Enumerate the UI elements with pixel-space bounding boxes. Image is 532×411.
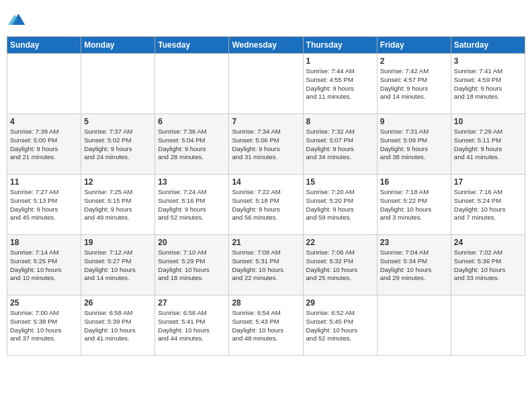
calendar-cell: 29Sunrise: 6:52 AM Sunset: 5:45 PM Dayli… [303, 295, 377, 356]
logo [7, 9, 27, 31]
day-number: 26 [84, 298, 152, 308]
calendar-cell: 26Sunrise: 6:58 AM Sunset: 5:39 PM Dayli… [81, 295, 155, 356]
calendar-cell: 10Sunrise: 7:29 AM Sunset: 5:11 PM Dayli… [451, 114, 525, 175]
calendar-cell: 5Sunrise: 7:37 AM Sunset: 5:02 PM Daylig… [81, 114, 155, 175]
calendar-cell: 23Sunrise: 7:04 AM Sunset: 5:34 PM Dayli… [377, 235, 451, 295]
weekday-header-friday: Friday [377, 37, 451, 54]
weekday-header-saturday: Saturday [451, 37, 525, 54]
calendar-week-row: 25Sunrise: 7:00 AM Sunset: 5:38 PM Dayli… [7, 295, 525, 356]
cell-info: Sunrise: 7:06 AM Sunset: 5:32 PM Dayligh… [306, 248, 374, 283]
calendar-cell: 18Sunrise: 7:14 AM Sunset: 5:25 PM Dayli… [7, 235, 81, 295]
weekday-header-wednesday: Wednesday [229, 37, 303, 54]
calendar-cell: 6Sunrise: 7:36 AM Sunset: 5:04 PM Daylig… [155, 114, 229, 175]
cell-info: Sunrise: 7:22 AM Sunset: 5:18 PM Dayligh… [232, 188, 300, 222]
cell-info: Sunrise: 7:00 AM Sunset: 5:38 PM Dayligh… [10, 309, 78, 343]
calendar-cell: 1Sunrise: 7:44 AM Sunset: 4:55 PM Daylig… [303, 54, 377, 114]
cell-info: Sunrise: 7:29 AM Sunset: 5:11 PM Dayligh… [454, 128, 522, 162]
day-number: 22 [306, 238, 374, 247]
day-number: 7 [232, 117, 300, 126]
calendar-week-row: 4Sunrise: 7:39 AM Sunset: 5:00 PM Daylig… [7, 114, 525, 175]
header [7, 7, 525, 31]
day-number: 2 [380, 56, 448, 66]
day-number: 9 [380, 117, 448, 126]
calendar-week-row: 18Sunrise: 7:14 AM Sunset: 5:25 PM Dayli… [7, 235, 525, 295]
logo-icon [8, 9, 27, 28]
cell-info: Sunrise: 7:32 AM Sunset: 5:07 PM Dayligh… [306, 128, 374, 162]
calendar-cell: 27Sunrise: 6:56 AM Sunset: 5:41 PM Dayli… [155, 295, 229, 356]
day-number: 28 [232, 298, 300, 308]
calendar-cell: 2Sunrise: 7:42 AM Sunset: 4:57 PM Daylig… [377, 54, 451, 114]
weekday-header-row: SundayMondayTuesdayWednesdayThursdayFrid… [7, 37, 525, 54]
cell-info: Sunrise: 7:24 AM Sunset: 5:16 PM Dayligh… [158, 188, 226, 222]
cell-info: Sunrise: 6:52 AM Sunset: 5:45 PM Dayligh… [306, 309, 374, 343]
calendar-week-row: 11Sunrise: 7:27 AM Sunset: 5:13 PM Dayli… [7, 175, 525, 235]
calendar-cell: 15Sunrise: 7:20 AM Sunset: 5:20 PM Dayli… [303, 175, 377, 235]
cell-info: Sunrise: 6:56 AM Sunset: 5:41 PM Dayligh… [158, 309, 226, 343]
cell-info: Sunrise: 7:31 AM Sunset: 5:09 PM Dayligh… [380, 128, 448, 162]
day-number: 1 [306, 56, 374, 66]
weekday-header-monday: Monday [81, 37, 155, 54]
cell-info: Sunrise: 7:42 AM Sunset: 4:57 PM Dayligh… [380, 67, 448, 101]
day-number: 14 [232, 177, 300, 187]
calendar-cell [451, 295, 525, 356]
weekday-header-thursday: Thursday [303, 37, 377, 54]
day-number: 4 [10, 117, 78, 126]
calendar-table: SundayMondayTuesdayWednesdayThursdayFrid… [7, 36, 525, 356]
cell-info: Sunrise: 6:58 AM Sunset: 5:39 PM Dayligh… [84, 309, 152, 343]
calendar-cell: 9Sunrise: 7:31 AM Sunset: 5:09 PM Daylig… [377, 114, 451, 175]
day-number: 10 [454, 117, 522, 126]
day-number: 19 [84, 238, 152, 247]
day-number: 23 [380, 238, 448, 247]
cell-info: Sunrise: 7:18 AM Sunset: 5:22 PM Dayligh… [380, 188, 448, 222]
day-number: 21 [232, 238, 300, 247]
day-number: 20 [158, 238, 226, 247]
cell-info: Sunrise: 7:08 AM Sunset: 5:31 PM Dayligh… [232, 248, 300, 283]
cell-info: Sunrise: 7:27 AM Sunset: 5:13 PM Dayligh… [10, 188, 78, 222]
day-number: 24 [454, 238, 522, 247]
cell-info: Sunrise: 7:34 AM Sunset: 5:06 PM Dayligh… [232, 128, 300, 162]
calendar-cell [377, 295, 451, 356]
cell-info: Sunrise: 7:12 AM Sunset: 5:27 PM Dayligh… [84, 248, 152, 283]
day-number: 12 [84, 177, 152, 187]
calendar-cell: 25Sunrise: 7:00 AM Sunset: 5:38 PM Dayli… [7, 295, 81, 356]
day-number: 8 [306, 117, 374, 126]
cell-info: Sunrise: 7:41 AM Sunset: 4:59 PM Dayligh… [454, 67, 522, 101]
calendar-cell [155, 54, 229, 114]
day-number: 25 [10, 298, 78, 308]
cell-info: Sunrise: 7:39 AM Sunset: 5:00 PM Dayligh… [10, 128, 78, 162]
cell-info: Sunrise: 7:36 AM Sunset: 5:04 PM Dayligh… [158, 128, 226, 162]
day-number: 29 [306, 298, 374, 308]
calendar-cell: 16Sunrise: 7:18 AM Sunset: 5:22 PM Dayli… [377, 175, 451, 235]
cell-info: Sunrise: 7:37 AM Sunset: 5:02 PM Dayligh… [84, 128, 152, 162]
cell-info: Sunrise: 6:54 AM Sunset: 5:43 PM Dayligh… [232, 309, 300, 343]
calendar-cell: 4Sunrise: 7:39 AM Sunset: 5:00 PM Daylig… [7, 114, 81, 175]
calendar-cell [229, 54, 303, 114]
calendar-cell: 19Sunrise: 7:12 AM Sunset: 5:27 PM Dayli… [81, 235, 155, 295]
day-number: 3 [454, 56, 522, 66]
day-number: 16 [380, 177, 448, 187]
day-number: 15 [306, 177, 374, 187]
calendar-cell: 8Sunrise: 7:32 AM Sunset: 5:07 PM Daylig… [303, 114, 377, 175]
calendar-cell: 3Sunrise: 7:41 AM Sunset: 4:59 PM Daylig… [451, 54, 525, 114]
cell-info: Sunrise: 7:04 AM Sunset: 5:34 PM Dayligh… [380, 248, 448, 283]
calendar-week-row: 1Sunrise: 7:44 AM Sunset: 4:55 PM Daylig… [7, 54, 525, 114]
day-number: 17 [454, 177, 522, 187]
weekday-header-sunday: Sunday [7, 37, 81, 54]
day-number: 18 [10, 238, 78, 247]
day-number: 11 [10, 177, 78, 187]
cell-info: Sunrise: 7:10 AM Sunset: 5:29 PM Dayligh… [158, 248, 226, 283]
calendar-cell [81, 54, 155, 114]
calendar-cell: 22Sunrise: 7:06 AM Sunset: 5:32 PM Dayli… [303, 235, 377, 295]
day-number: 6 [158, 117, 226, 126]
calendar-cell [7, 54, 81, 114]
cell-info: Sunrise: 7:44 AM Sunset: 4:55 PM Dayligh… [306, 67, 374, 101]
day-number: 27 [158, 298, 226, 308]
calendar-cell: 17Sunrise: 7:16 AM Sunset: 5:24 PM Dayli… [451, 175, 525, 235]
day-number: 13 [158, 177, 226, 187]
weekday-header-tuesday: Tuesday [155, 37, 229, 54]
calendar-cell: 7Sunrise: 7:34 AM Sunset: 5:06 PM Daylig… [229, 114, 303, 175]
cell-info: Sunrise: 7:02 AM Sunset: 5:36 PM Dayligh… [454, 248, 522, 283]
calendar-cell: 13Sunrise: 7:24 AM Sunset: 5:16 PM Dayli… [155, 175, 229, 235]
day-number: 5 [84, 117, 152, 126]
calendar-cell: 28Sunrise: 6:54 AM Sunset: 5:43 PM Dayli… [229, 295, 303, 356]
